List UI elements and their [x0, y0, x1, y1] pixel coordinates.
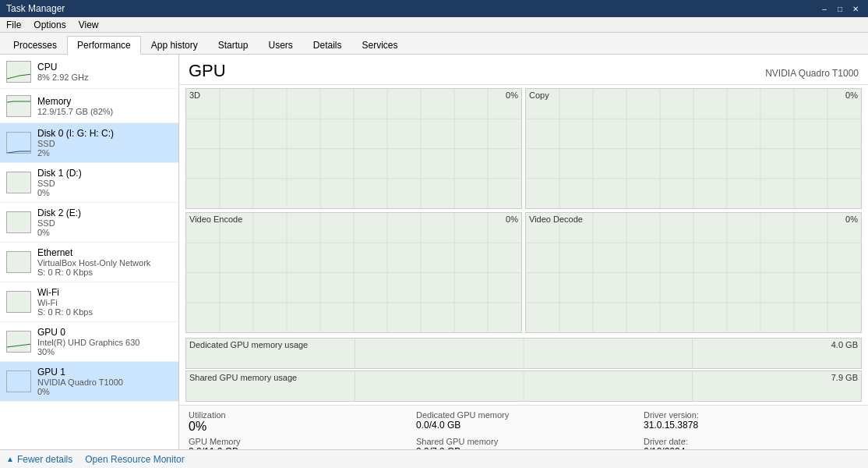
disk1-type: SSD [37, 179, 172, 188]
sidebar-item-disk2[interactable]: Disk 2 (E:) SSD 0% [0, 203, 178, 243]
disk1-pct: 0% [37, 188, 172, 197]
disk2-name: Disk 2 (E:) [37, 207, 172, 218]
chevron-down-icon: ▲ [6, 455, 14, 463]
disk1-icon [6, 172, 31, 193]
memory-info: Memory 12.9/15.7 GB (82%) [37, 96, 172, 116]
graph-vencode-pct: 0% [506, 214, 518, 224]
disk1-info: Disk 1 (D:) SSD 0% [37, 168, 172, 197]
tab-performance[interactable]: Performance [67, 36, 141, 55]
fewer-details-label: Fewer details [17, 454, 72, 465]
gpu1-mini-chart [7, 371, 31, 392]
sidebar-item-disk0[interactable]: Disk 0 (I: G: H: C:) SSD 2% [0, 123, 178, 163]
disk2-mini-chart [7, 212, 31, 233]
close-button[interactable]: ✕ [849, 2, 862, 15]
tab-processes[interactable]: Processes [3, 36, 67, 54]
gpu0-model: Intel(R) UHD Graphics 630 [37, 338, 172, 347]
gpu-name: NVIDIA Quadro T1000 [765, 68, 859, 79]
wifi-name: Wi-Fi [37, 287, 172, 298]
wifi-speed: S: 0 R: 0 Kbps [37, 307, 172, 317]
svg-rect-2 [7, 133, 31, 154]
disk2-type: SSD [37, 218, 172, 228]
minimize-button[interactable]: – [818, 2, 831, 15]
maximize-button[interactable]: □ [834, 2, 846, 15]
gpu1-name: GPU 1 [37, 367, 172, 378]
tab-services[interactable]: Services [352, 36, 408, 54]
open-resource-monitor-label: Open Resource Monitor [85, 454, 184, 465]
disk2-pct: 0% [37, 228, 172, 237]
disk0-info: Disk 0 (I: G: H: C:) SSD 2% [37, 128, 172, 158]
graph-vdecode-grid [526, 213, 861, 332]
shared-gpu-mem-value: 0.0/7.9 GB [416, 446, 631, 449]
disk1-mini-chart [7, 172, 31, 193]
gpu1-pct: 0% [37, 387, 172, 396]
sidebar: CPU 8% 2.92 GHz Memory 12.9/15.7 GB (82%… [0, 55, 179, 449]
memory-icon [6, 95, 31, 117]
driver-version-label: Driver version: [644, 410, 859, 420]
cpu-info: CPU 8% 2.92 GHz [37, 62, 172, 82]
stats-section: Utilization 0% Dedicated GPU memory 0.0/… [179, 405, 868, 449]
wifi-icon [6, 291, 31, 313]
ethernet-mini-chart [7, 252, 31, 273]
svg-rect-4 [7, 212, 31, 233]
ethernet-name: Ethernet [37, 247, 172, 258]
gpu0-name: GPU 0 [37, 327, 172, 338]
stat-utilization: Utilization 0% [189, 410, 404, 434]
dedicated-gpu-mem-label: Dedicated GPU memory [416, 410, 631, 420]
content-header: GPU NVIDIA Quadro T1000 [179, 55, 868, 85]
disk2-icon [6, 211, 31, 233]
dedicated-gpu-memory-bar: Dedicated GPU memory usage 4.0 GB [185, 338, 862, 369]
sidebar-item-gpu1[interactable]: GPU 1 NVIDIA Quadro T1000 0% [0, 362, 178, 402]
open-resource-monitor-link[interactable]: Open Resource Monitor [85, 454, 184, 465]
stat-shared-gpu-mem: Shared GPU memory 0.0/7.9 GB [416, 437, 631, 449]
gpu-memory-value: 0.0/11.9 GB [189, 446, 404, 449]
svg-rect-7 [7, 332, 31, 353]
wifi-info: Wi-Fi Wi-Fi S: 0 R: 0 Kbps [37, 287, 172, 317]
page-title: GPU [189, 61, 226, 81]
tab-startup[interactable]: Startup [208, 36, 259, 54]
graph-vencode-grid [186, 213, 521, 332]
stat-driver-version: Driver version: 31.0.15.3878 [644, 410, 859, 434]
menu-bar: File Options View [0, 17, 868, 33]
main-layout: CPU 8% 2.92 GHz Memory 12.9/15.7 GB (82%… [0, 55, 868, 449]
gpu1-info: GPU 1 NVIDIA Quadro T1000 0% [37, 367, 172, 396]
sidebar-item-gpu0[interactable]: GPU 0 Intel(R) UHD Graphics 630 30% [0, 322, 178, 362]
sidebar-item-wifi[interactable]: Wi-Fi Wi-Fi S: 0 R: 0 Kbps [0, 282, 178, 322]
svg-rect-6 [7, 292, 31, 313]
disk0-icon [6, 132, 31, 154]
sidebar-item-ethernet[interactable]: Ethernet VirtualBox Host-Only Network S:… [0, 243, 178, 282]
content-area: GPU NVIDIA Quadro T1000 3D 0% [179, 55, 868, 449]
gpu-memory-label: GPU Memory [189, 437, 404, 446]
tab-details[interactable]: Details [303, 36, 352, 54]
graph-vdecode-label: Video Decode [529, 214, 583, 224]
memory-sub: 12.9/15.7 GB (82%) [37, 107, 172, 116]
tab-app-history[interactable]: App history [141, 36, 208, 54]
graph-3d-label: 3D [189, 90, 200, 100]
utilization-value: 0% [189, 420, 404, 434]
cpu-sub: 8% 2.92 GHz [37, 73, 172, 82]
utilization-label: Utilization [189, 410, 404, 420]
gpu1-icon [6, 370, 31, 392]
tab-users[interactable]: Users [258, 36, 302, 54]
graph-copy-pct: 0% [845, 90, 858, 100]
menu-view[interactable]: View [76, 20, 102, 30]
stat-dedicated-gpu-mem: Dedicated GPU memory 0.0/4.0 GB [416, 410, 631, 434]
shared-gpu-memory-bar: Shared GPU memory usage 7.9 GB [185, 370, 862, 402]
shared-memory-grid [186, 371, 861, 401]
window-controls: – □ ✕ [818, 2, 862, 15]
sidebar-item-memory[interactable]: Memory 12.9/15.7 GB (82%) [0, 89, 178, 123]
memory-mini-chart [7, 96, 31, 117]
svg-rect-0 [7, 62, 31, 83]
stat-gpu-memory: GPU Memory 0.0/11.9 GB [189, 437, 404, 449]
disk2-info: Disk 2 (E:) SSD 0% [37, 207, 172, 237]
sidebar-item-disk1[interactable]: Disk 1 (D:) SSD 0% [0, 163, 178, 203]
shared-gpu-mem-label: Shared GPU memory [416, 437, 631, 446]
graph-vencode-label: Video Encode [189, 214, 242, 224]
sidebar-item-cpu[interactable]: CPU 8% 2.92 GHz [0, 55, 178, 89]
gpu-graphs: 3D 0% [179, 85, 868, 336]
graph-vdecode-pct: 0% [845, 214, 858, 224]
fewer-details-link[interactable]: ▲ Fewer details [6, 454, 72, 465]
ethernet-network: VirtualBox Host-Only Network [37, 258, 172, 268]
graph-copy-label: Copy [529, 90, 549, 100]
menu-options[interactable]: Options [30, 20, 69, 30]
menu-file[interactable]: File [3, 20, 24, 30]
